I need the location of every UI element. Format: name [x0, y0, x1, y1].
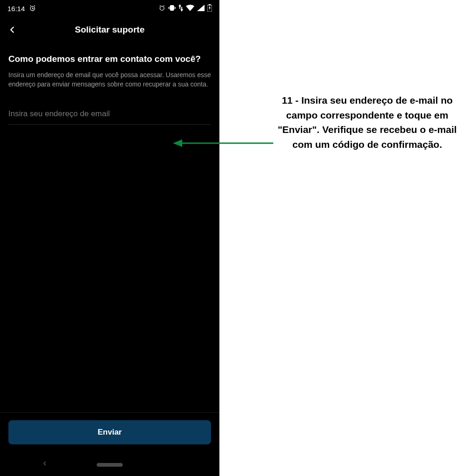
svg-rect-1 — [209, 4, 211, 5]
android-nav-bar — [0, 454, 219, 476]
back-button[interactable] — [6, 23, 19, 36]
content-description: Insira um endereço de email que você pos… — [8, 71, 211, 89]
status-time: 16:14 — [7, 5, 25, 13]
vibrate-icon — [168, 4, 176, 13]
battery-icon — [207, 4, 212, 13]
signal-icon — [197, 5, 205, 13]
instruction-text: 11 - Insira seu endereço de e-mail no ca… — [272, 93, 463, 152]
status-bar: 16:14 — [0, 0, 219, 17]
content-area: Como podemos entrar em contato com você?… — [0, 43, 219, 412]
wifi-icon — [186, 5, 194, 13]
alarm-icon — [29, 4, 36, 13]
status-left: 16:14 — [7, 4, 36, 13]
send-button[interactable]: Enviar — [8, 420, 211, 444]
content-heading: Como podemos entrar em contato com você? — [8, 54, 211, 64]
nav-back-button[interactable] — [41, 460, 51, 469]
app-bar: Solicitar suporte — [0, 17, 219, 43]
phone-frame: 16:14 — [0, 0, 219, 476]
chevron-left-icon — [7, 25, 17, 35]
chevron-left-icon — [41, 460, 48, 467]
instruction-panel: 11 - Insira seu endereço de e-mail no ca… — [272, 93, 463, 152]
data-icon — [178, 4, 183, 13]
alarm-icon — [159, 4, 165, 13]
page-title: Solicitar suporte — [0, 25, 219, 35]
status-right — [159, 4, 212, 13]
footer: Enviar — [0, 412, 219, 454]
email-field[interactable] — [8, 106, 211, 125]
nav-home-pill[interactable] — [97, 463, 123, 467]
